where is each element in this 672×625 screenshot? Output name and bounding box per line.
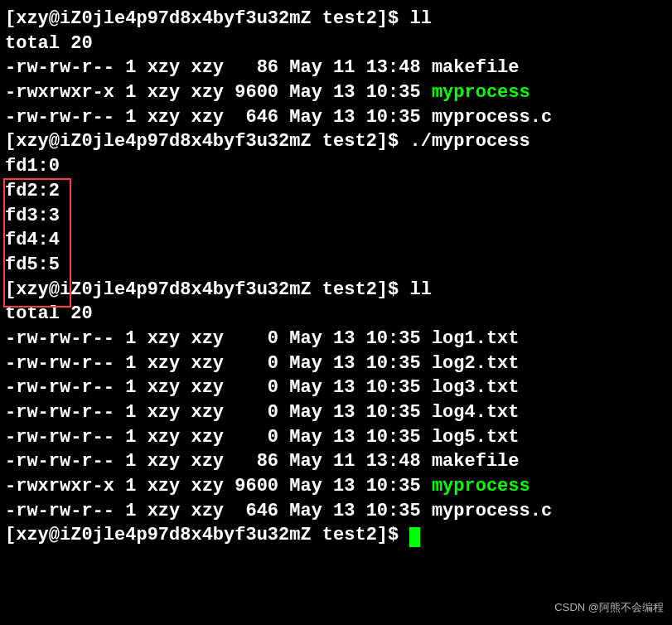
shell-prompt: [xzy@iZ0jle4p97d8x4byf3u32mZ test2]$ — [5, 279, 409, 300]
terminal-line: -rw-rw-r-- 1 xzy xzy 86 May 11 13:48 mak… — [5, 449, 667, 474]
terminal-line: -rw-rw-r-- 1 xzy xzy 646 May 13 10:35 my… — [5, 105, 667, 130]
terminal-line: fd3:3 — [5, 204, 667, 229]
shell-prompt: [xzy@iZ0jle4p97d8x4byf3u32mZ test2]$ — [5, 131, 409, 152]
terminal-line: fd5:5 — [5, 253, 667, 278]
command-text: ./myprocess — [409, 131, 529, 152]
terminal-line: fd2:2 — [5, 179, 667, 204]
file-name: log3.txt — [432, 377, 520, 398]
terminal-line: [xzy@iZ0jle4p97d8x4byf3u32mZ test2]$ ll — [5, 7, 667, 31]
shell-prompt: [xzy@iZ0jle4p97d8x4byf3u32mZ test2]$ — [5, 525, 409, 545]
terminal-line: -rw-rw-r-- 1 xzy xzy 0 May 13 10:35 log4… — [5, 400, 667, 425]
file-name: myprocess — [432, 476, 530, 497]
terminal-line: -rw-rw-r-- 1 xzy xzy 0 May 13 10:35 log1… — [5, 327, 667, 351]
file-name: myprocess.c — [432, 501, 552, 521]
file-name: makefile — [432, 57, 520, 78]
terminal-line: -rw-rw-r-- 1 xzy xzy 0 May 13 10:35 log2… — [5, 351, 667, 376]
terminal-output[interactable]: [xzy@iZ0jle4p97d8x4byf3u32mZ test2]$ llt… — [5, 7, 667, 548]
terminal-line: -rwxrwxr-x 1 xzy xzy 9600 May 13 10:35 m… — [5, 474, 667, 499]
watermark-text: CSDN @阿熊不会编程 — [554, 600, 664, 615]
cursor-block[interactable] — [409, 527, 420, 547]
terminal-line: -rwxrwxr-x 1 xzy xzy 9600 May 13 10:35 m… — [5, 80, 667, 105]
terminal-line: -rw-rw-r-- 1 xzy xzy 86 May 11 13:48 mak… — [5, 56, 667, 80]
terminal-line: -rw-rw-r-- 1 xzy xzy 0 May 13 10:35 log5… — [5, 425, 667, 450]
file-name: myprocess.c — [432, 107, 552, 128]
file-name: myprocess — [432, 82, 530, 103]
terminal-line: [xzy@iZ0jle4p97d8x4byf3u32mZ test2]$ — [5, 523, 667, 548]
terminal-line: total 20 — [5, 302, 667, 327]
terminal-line: total 20 — [5, 31, 667, 56]
terminal-line: [xzy@iZ0jle4p97d8x4byf3u32mZ test2]$ ./m… — [5, 129, 667, 154]
terminal-line: [xzy@iZ0jle4p97d8x4byf3u32mZ test2]$ ll — [5, 278, 667, 303]
terminal-line: -rw-rw-r-- 1 xzy xzy 0 May 13 10:35 log3… — [5, 375, 667, 400]
shell-prompt: [xzy@iZ0jle4p97d8x4byf3u32mZ test2]$ — [5, 8, 409, 29]
terminal-line: -rw-rw-r-- 1 xzy xzy 646 May 13 10:35 my… — [5, 499, 667, 524]
terminal-line: fd4:4 — [5, 228, 667, 253]
file-name: log4.txt — [432, 402, 520, 423]
file-name: log1.txt — [432, 328, 520, 349]
file-name: log5.txt — [432, 427, 520, 448]
file-name: makefile — [432, 451, 520, 472]
command-text: ll — [409, 8, 431, 29]
terminal-line: fd1:0 — [5, 154, 667, 179]
file-name: log2.txt — [432, 353, 520, 374]
command-text: ll — [409, 279, 431, 300]
